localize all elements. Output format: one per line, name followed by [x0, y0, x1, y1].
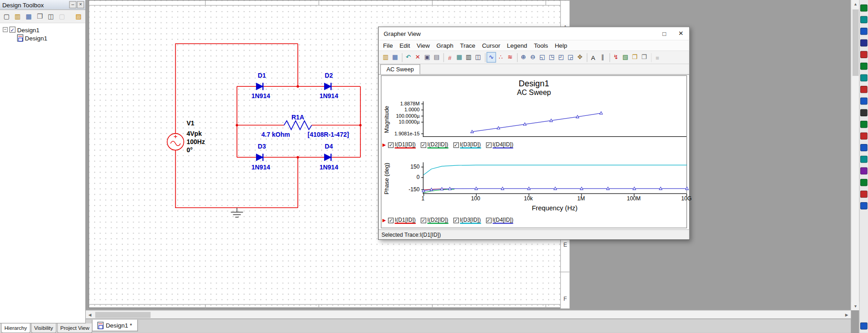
v1-amplitude-label[interactable]: 4Vpk — [187, 130, 202, 137]
menu-item[interactable]: File — [380, 42, 396, 49]
trace-visibility-checkbox[interactable]: ✓ — [486, 142, 491, 148]
source-components-icon[interactable] — [860, 5, 868, 12]
scroll-right-button[interactable]: ▶ — [843, 311, 851, 319]
trace-visibility-checkbox[interactable]: ✓ — [388, 218, 394, 223]
trace-legend-item[interactable]: ✓ I(D4[ID]) — [486, 217, 513, 224]
tree-expander-icon[interactable]: − — [3, 27, 8, 32]
save-icon[interactable]: ▦ — [24, 11, 34, 21]
d4-part-label[interactable]: 1N914 — [320, 164, 339, 171]
open-design-icon[interactable]: ▥ — [13, 11, 23, 21]
spark-icon[interactable]: ↯ — [611, 52, 621, 63]
pan-icon[interactable]: ✥ — [575, 52, 585, 63]
d4-ref-label[interactable]: D4 — [325, 143, 333, 150]
d2-part-label[interactable]: 1N914 — [320, 92, 339, 99]
trace-legend-item[interactable]: ✓ I(D3[ID]) — [453, 141, 481, 149]
grid-properties-icon[interactable]: ▦ — [454, 52, 464, 63]
cmos-components-icon[interactable] — [860, 74, 868, 81]
zoom-out-icon[interactable]: ⊖ — [528, 52, 538, 63]
diode-d2-symbol[interactable] — [325, 83, 331, 90]
maximize-button[interactable]: □ — [656, 27, 673, 40]
hierarchical-block-icon[interactable] — [860, 323, 868, 330]
horizontal-scrollbar[interactable]: ◀ ▶ — [86, 310, 851, 318]
trace-legend-item[interactable]: ✓ I(D2[ID]) — [421, 141, 449, 149]
resistor-r1a-symbol[interactable] — [284, 121, 312, 130]
diode-d3-symbol[interactable] — [256, 154, 263, 161]
scroll-up-button[interactable]: ▲ — [851, 0, 859, 8]
panel-close-button[interactable]: × — [77, 1, 84, 8]
mixed-components-icon[interactable] — [860, 98, 868, 105]
copy-icon[interactable]: ▣ — [422, 52, 432, 63]
zoom-in-icon[interactable]: ⊕ — [519, 52, 528, 63]
panel-tab[interactable]: Hierarchy — [1, 323, 30, 333]
d2-ref-label[interactable]: D2 — [325, 72, 333, 79]
vertical-scrollbar[interactable]: ▲ ▼ — [851, 0, 859, 310]
cascade-windows-icon[interactable]: ❐ — [35, 11, 45, 21]
overlay-traces-icon[interactable]: ◫ — [473, 52, 483, 63]
electromechanical-icon[interactable] — [860, 167, 868, 174]
diode-d4-symbol[interactable] — [325, 154, 331, 161]
v1-source-symbol[interactable] — [167, 134, 184, 150]
ground-symbol[interactable] — [231, 208, 243, 217]
undo-icon[interactable]: ↶ — [404, 52, 413, 63]
indicator-components-icon[interactable] — [860, 109, 868, 116]
trace-visibility-checkbox[interactable]: ✓ — [453, 142, 459, 148]
advanced-peripherals-icon[interactable] — [860, 144, 868, 151]
trace-legend-item[interactable]: ✓ I(D3[ID]) — [453, 217, 481, 224]
menu-item[interactable]: View — [414, 42, 433, 49]
menu-item[interactable]: Tools — [531, 42, 552, 49]
r1a-value-label[interactable]: 4.7 kOhm — [261, 131, 290, 138]
grapher-titlebar[interactable]: Grapher View □ ✕ — [379, 27, 689, 40]
scroll-down-button[interactable]: ▼ — [851, 302, 859, 310]
trace-visibility-checkbox[interactable]: ✓ — [421, 218, 426, 223]
tree-checkbox[interactable]: ✓ — [10, 27, 15, 33]
zigzag-trace-icon[interactable]: ≋ — [505, 52, 515, 63]
trace-visibility-checkbox[interactable]: ✓ — [453, 218, 459, 223]
analog-components-icon[interactable] — [860, 51, 868, 58]
v1-phase-label[interactable]: 0° — [187, 146, 192, 154]
connector-components-icon[interactable] — [860, 190, 868, 198]
zoom-x-icon[interactable]: ◰ — [556, 52, 566, 63]
trace-visibility-checkbox[interactable]: ✓ — [486, 218, 491, 223]
paste-graph-icon[interactable]: ❐ — [639, 52, 649, 63]
phase-plot[interactable] — [423, 162, 686, 194]
close-window-icon[interactable]: ▢ — [57, 11, 67, 21]
trace-visibility-checkbox[interactable]: ✓ — [421, 142, 426, 148]
trace-legend-item[interactable]: ✓ I(D2[ID]) — [421, 217, 449, 224]
ni-components-icon[interactable] — [860, 179, 868, 186]
d3-ref-label[interactable]: D3 — [258, 143, 266, 150]
zoom-fit-icon[interactable]: ◳ — [547, 52, 557, 63]
text-annotation-icon[interactable]: A — [588, 52, 598, 63]
menu-item[interactable]: Trace — [457, 42, 478, 49]
tile-windows-icon[interactable]: ◫ — [46, 11, 56, 21]
scatter-trace-icon[interactable]: ∴ — [496, 52, 506, 63]
ttl-components-icon[interactable] — [860, 63, 868, 70]
diode-d1-symbol[interactable] — [256, 83, 263, 90]
trace-legend-item[interactable]: ✓ I(D1[ID]) — [388, 141, 416, 149]
design-toolbox-titlebar[interactable]: Design Toolbox – × — [0, 0, 85, 10]
tab-ac-sweep[interactable]: AC Sweep — [380, 64, 420, 74]
stop-icon[interactable]: ■ — [653, 52, 662, 63]
save-icon[interactable]: ▦ — [390, 52, 400, 63]
scroll-left-button[interactable]: ◀ — [86, 311, 94, 319]
misc-digital-icon[interactable] — [860, 86, 868, 93]
mcu-icon[interactable] — [860, 202, 868, 209]
new-design-icon[interactable]: ▢ — [2, 11, 12, 21]
v1-ref-label[interactable]: V1 — [187, 119, 194, 127]
r1a-ref-label[interactable]: R1A — [291, 114, 304, 121]
zoom-area-icon[interactable]: ◱ — [538, 52, 547, 63]
d3-part-label[interactable]: 1N914 — [252, 164, 271, 171]
paste-icon[interactable]: ▤ — [432, 52, 441, 63]
menu-item[interactable]: Edit — [396, 42, 414, 49]
basic-components-icon[interactable] — [860, 16, 868, 23]
toolbox-options-icon[interactable]: ▨ — [74, 11, 84, 21]
close-button[interactable]: ✕ — [673, 27, 690, 40]
r1a-footprint-label[interactable]: [4108R-1-472] — [308, 131, 349, 138]
open-icon[interactable]: ▥ — [381, 52, 390, 63]
d1-ref-label[interactable]: D1 — [258, 72, 266, 79]
transistor-components-icon[interactable] — [860, 40, 868, 47]
tree-root-item[interactable]: − ✓ Design1 — [0, 25, 85, 34]
trace-legend-item[interactable]: ✓ I(D4[ID]) — [486, 141, 513, 149]
panel-minimize-button[interactable]: – — [69, 1, 76, 8]
copy-graph-icon[interactable]: ❐ — [630, 52, 640, 63]
grid-icon[interactable]: # — [445, 52, 454, 63]
